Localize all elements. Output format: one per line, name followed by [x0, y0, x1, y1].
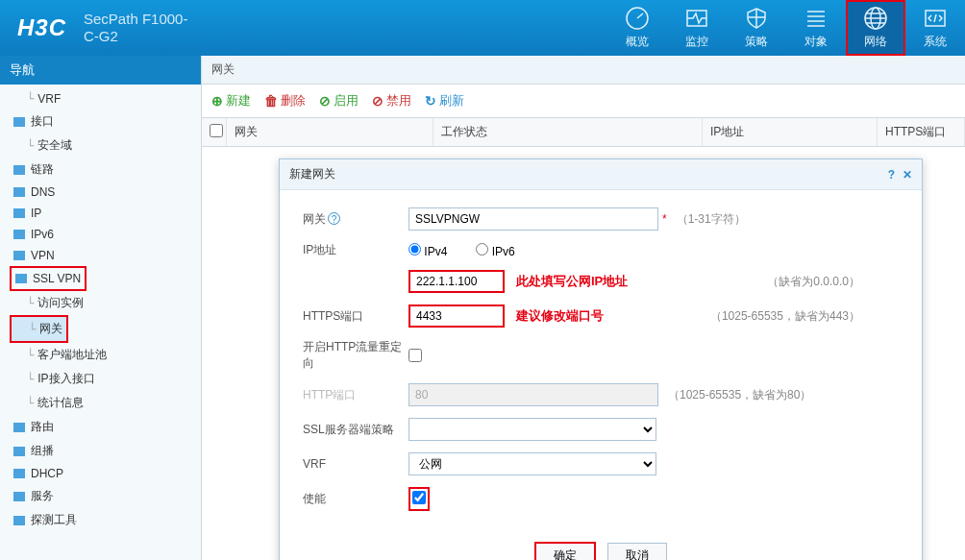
https-annotation: 建议修改端口号: [516, 307, 604, 325]
https-hint: （1025-65535，缺省为443）: [710, 308, 860, 325]
dialog-titlebar: 新建网关 ? ✕: [280, 159, 922, 190]
sidebar-title: 导航: [0, 56, 201, 85]
folder-icon: [13, 251, 25, 260]
folder-icon: [13, 165, 25, 175]
toolbar: ⊕新建 🗑删除 ⊘启用 ⊘禁用 ↻刷新: [202, 85, 965, 117]
ban-icon: ⊘: [372, 93, 384, 109]
dialog-body: 网关? * （1-31字符） IP地址 IPv4 IPv6 此处填写公网IP地址…: [280, 190, 922, 532]
sidebar-item-服务[interactable]: 服务: [10, 484, 201, 508]
new-gateway-dialog: 新建网关 ? ✕ 网关? * （1-31字符） IP地址 IPv4 IPv6 此…: [279, 158, 923, 560]
redirect-label: 开启HTTP流量重定向: [303, 339, 408, 372]
topnav-object[interactable]: 对象: [786, 0, 846, 56]
folder-icon: [13, 117, 25, 127]
sidebar-item-链路[interactable]: 链路: [10, 158, 201, 182]
required-star: *: [662, 212, 667, 226]
disable-button[interactable]: ⊘禁用: [372, 92, 411, 110]
topnav-monitor[interactable]: 监控: [667, 0, 727, 56]
help-icon[interactable]: ?: [328, 212, 340, 225]
select-all-checkbox[interactable]: [210, 124, 223, 137]
vrf-label: VRF: [303, 457, 408, 471]
sidebar-item-IPv6[interactable]: IPv6: [10, 224, 201, 245]
sidebar-item-VPN[interactable]: VPN: [10, 245, 201, 266]
col-ip: IP地址: [703, 118, 878, 146]
refresh-icon: ↻: [425, 93, 436, 109]
logo: H3C: [0, 14, 84, 41]
http-label: HTTP端口: [303, 387, 408, 403]
trash-icon: 🗑: [264, 93, 278, 109]
sidebar-item-路由[interactable]: 路由: [10, 415, 201, 439]
sidebar-item-访问实例[interactable]: └ 访问实例: [10, 291, 201, 315]
ip-hint: （缺省为0.0.0.0）: [767, 274, 860, 290]
sidebar-item-DHCP[interactable]: DHCP: [10, 463, 201, 484]
add-button[interactable]: ⊕新建: [211, 92, 251, 110]
ssl-policy-select[interactable]: [408, 418, 656, 441]
ipv4-radio[interactable]: IPv4: [408, 243, 447, 258]
http-hint: （1025-65535，缺省为80）: [668, 387, 811, 403]
col-checkbox[interactable]: [202, 118, 227, 146]
dialog-close-icon[interactable]: ✕: [903, 168, 912, 182]
sidebar-item-接口[interactable]: 接口: [10, 110, 201, 134]
shield-icon: [744, 6, 769, 31]
topnav-system[interactable]: 系统: [905, 0, 965, 56]
topnav-overview[interactable]: 概览: [607, 0, 667, 56]
product-name: SecPath F1000-C-G2: [84, 11, 209, 45]
sidebar-item-统计信息[interactable]: └ 统计信息: [10, 391, 201, 415]
folder-icon: [13, 492, 25, 501]
top-nav: 概览 监控 策略 对象 网络 系统: [607, 0, 965, 56]
sidebar-item-IP接入接口[interactable]: └ IP接入接口: [10, 367, 201, 391]
col-port: HTTPS端口: [878, 118, 965, 146]
delete-button[interactable]: 🗑删除: [264, 92, 306, 110]
enable-button[interactable]: ⊘启用: [319, 92, 359, 110]
sidebar-item-SSL VPN[interactable]: SSL VPN: [12, 268, 85, 289]
dialog-footer: 确定 取消: [280, 532, 922, 560]
plus-icon: ⊕: [211, 93, 223, 109]
dialog-help-icon[interactable]: ?: [888, 168, 895, 182]
ssl-policy-label: SSL服务器端策略: [303, 422, 408, 438]
enable-label: 使能: [303, 491, 408, 507]
sidebar-item-IP[interactable]: IP: [10, 203, 201, 224]
breadcrumb: 网关: [202, 56, 965, 85]
https-label: HTTPS端口: [303, 308, 408, 325]
sidebar-item-客户端地址池[interactable]: └ 客户端地址池: [10, 343, 201, 367]
ip-input[interactable]: [408, 270, 505, 293]
sidebar-item-网关[interactable]: └ 网关: [12, 317, 66, 341]
topnav-network[interactable]: 网络: [846, 0, 905, 56]
sidebar-item-DNS[interactable]: DNS: [10, 182, 201, 203]
folder-icon: [13, 423, 25, 432]
header: H3C SecPath F1000-C-G2 概览 监控 策略 对象 网络 系统: [0, 0, 965, 56]
sidebar-item-探测工具[interactable]: 探测工具: [10, 508, 201, 532]
folder-icon: [13, 447, 25, 456]
folder-icon: [15, 274, 27, 283]
cancel-button[interactable]: 取消: [607, 543, 667, 560]
folder-icon: [13, 187, 25, 197]
redirect-checkbox[interactable]: [408, 349, 422, 362]
sidebar-item-VRF[interactable]: └ VRF: [10, 88, 201, 110]
grid-header: 网关 工作状态 IP地址 HTTPS端口: [202, 117, 965, 147]
https-port-input[interactable]: [408, 304, 505, 328]
check-icon: ⊘: [319, 93, 331, 109]
ip-label: IP地址: [303, 242, 408, 258]
enable-checkbox[interactable]: [412, 491, 426, 504]
list-icon: [804, 6, 829, 31]
ipv6-radio[interactable]: IPv6: [476, 243, 514, 258]
monitor-icon: [684, 6, 709, 31]
http-port-input: [408, 383, 658, 406]
col-gateway: 网关: [227, 118, 433, 146]
gauge-icon: [625, 6, 650, 31]
refresh-button[interactable]: ↻刷新: [425, 92, 464, 110]
sidebar-item-安全域[interactable]: └ 安全域: [10, 134, 201, 158]
folder-icon: [13, 230, 25, 239]
gw-hint: （1-31字符）: [677, 211, 746, 228]
code-icon: [923, 6, 948, 31]
ok-button[interactable]: 确定: [534, 542, 596, 560]
col-state: 工作状态: [433, 118, 703, 146]
gateway-input[interactable]: [408, 207, 658, 231]
topnav-policy[interactable]: 策略: [727, 0, 786, 56]
sidebar-item-组播[interactable]: 组播: [10, 439, 201, 463]
folder-icon: [13, 469, 25, 478]
folder-icon: [13, 516, 25, 525]
sidebar: 导航 └ VRF接口└ 安全域链路DNSIPIPv6VPNSSL VPN└ 访问…: [0, 56, 202, 560]
dialog-title: 新建网关: [289, 166, 335, 183]
folder-icon: [13, 208, 25, 218]
vrf-select[interactable]: 公网: [408, 452, 656, 475]
